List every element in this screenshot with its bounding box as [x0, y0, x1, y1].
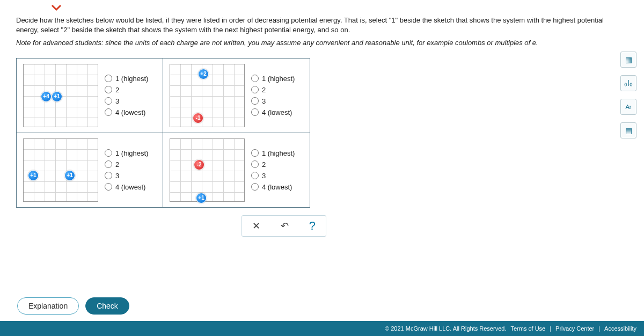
sketch-d-option-1[interactable]: 1 (highest)	[251, 149, 295, 157]
sketch-a-diagram: +4 +1	[23, 64, 98, 127]
answer-toolbar: ✕ ↶ ?	[241, 215, 326, 237]
sketch-b-option-2[interactable]: 2	[251, 86, 295, 94]
sketch-b-option-1[interactable]: 1 (highest)	[251, 75, 295, 83]
footer-copyright: © 2021 McGraw Hill LLC. All Rights Reser…	[385, 325, 506, 332]
sketch-d-option-2[interactable]: 2	[251, 160, 295, 169]
sketch-b-diagram: +2 -1	[170, 64, 245, 127]
sketch-c-option-2[interactable]: 2	[105, 160, 148, 169]
sketch-grid: +4 +1 1 (highest) 2 3 4 (lowest) +2 -1 1…	[16, 58, 310, 208]
sketch-a-option-1[interactable]: 1 (highest)	[105, 75, 148, 83]
chevron-down-icon	[51, 4, 628, 13]
charge-b-1: +2	[198, 69, 209, 79]
chart-icon[interactable]: ₀l₀	[620, 75, 636, 91]
clear-button[interactable]: ✕	[247, 218, 266, 234]
sketch-c-options: 1 (highest) 2 3 4 (lowest)	[105, 149, 148, 191]
sketch-d: -2 +1 1 (highest) 2 3 4 (lowest)	[163, 133, 310, 207]
charge-d-1: -2	[194, 159, 204, 170]
footer: © 2021 McGraw Hill LLC. All Rights Reser…	[0, 321, 644, 336]
sketch-b-options: 1 (highest) 2 3 4 (lowest)	[251, 75, 295, 116]
sketch-c-diagram: +1 +1	[23, 138, 98, 202]
sketch-a-option-4[interactable]: 4 (lowest)	[105, 108, 148, 116]
help-button[interactable]: ?	[304, 217, 321, 235]
sketch-d-options: 1 (highest) 2 3 4 (lowest)	[251, 149, 295, 191]
charge-c-2: +1	[64, 170, 75, 181]
sketch-b-option-4[interactable]: 4 (lowest)	[251, 108, 295, 116]
sketch-c-option-4[interactable]: 4 (lowest)	[105, 183, 148, 191]
sketch-b-option-3[interactable]: 3	[251, 97, 295, 105]
sketch-a: +4 +1 1 (highest) 2 3 4 (lowest)	[17, 59, 163, 133]
footer-accessibility[interactable]: Accessibility	[604, 325, 636, 332]
question-text: Decide how the sketches below would be l…	[16, 16, 628, 35]
charge-a-1: +4	[41, 91, 52, 102]
sketch-d-option-3[interactable]: 3	[251, 172, 295, 180]
charge-a-2: +1	[52, 91, 62, 102]
sketch-c: +1 +1 1 (highest) 2 3 4 (lowest)	[17, 133, 163, 207]
calculator-icon[interactable]: ▦	[620, 52, 636, 68]
periodic-table-icon[interactable]: Ar	[620, 99, 636, 115]
sketch-b: +2 -1 1 (highest) 2 3 4 (lowest)	[163, 59, 310, 133]
charge-d-2: +1	[196, 193, 207, 203]
footer-privacy[interactable]: Privacy Center	[555, 325, 594, 332]
side-tools: ▦ ₀l₀ Ar ▤	[620, 52, 636, 138]
explanation-button[interactable]: Explanation	[17, 297, 79, 315]
bottom-bar: Explanation Check	[0, 297, 644, 315]
sketch-c-option-3[interactable]: 3	[105, 172, 148, 180]
charge-c-1: +1	[28, 170, 39, 181]
sketch-a-option-3[interactable]: 3	[105, 97, 148, 105]
question-note: Note for advanced students: since the un…	[16, 38, 628, 48]
sketch-d-option-4[interactable]: 4 (lowest)	[251, 183, 295, 191]
sketch-c-option-1[interactable]: 1 (highest)	[105, 149, 148, 157]
data-table-icon[interactable]: ▤	[620, 122, 636, 138]
check-button[interactable]: Check	[85, 297, 129, 315]
sketch-d-diagram: -2 +1	[170, 138, 245, 202]
sketch-a-options: 1 (highest) 2 3 4 (lowest)	[105, 75, 148, 116]
undo-button[interactable]: ↶	[275, 218, 294, 234]
charge-b-2: -1	[193, 113, 203, 123]
footer-terms[interactable]: Terms of Use	[510, 325, 545, 332]
sketch-a-option-2[interactable]: 2	[105, 86, 148, 94]
